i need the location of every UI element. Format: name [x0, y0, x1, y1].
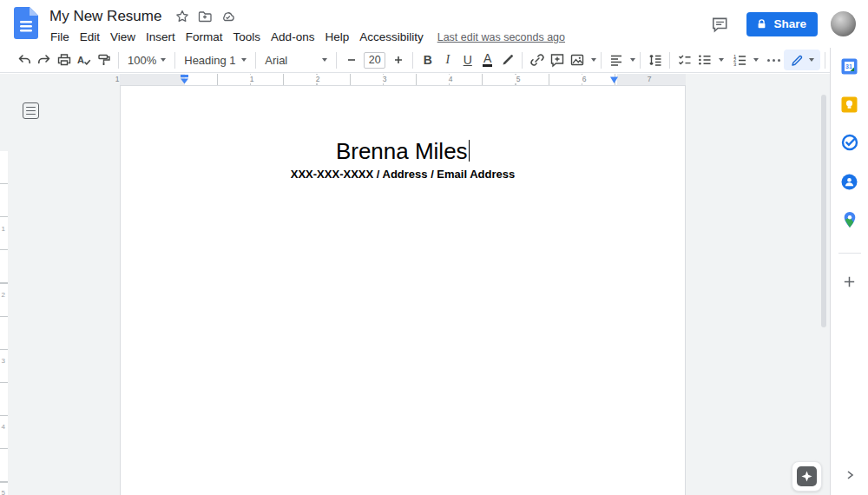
- text-color-button[interactable]: A: [477, 50, 497, 70]
- chevron-down-icon[interactable]: [630, 58, 635, 62]
- ruler-label: 5: [2, 489, 5, 495]
- align-button[interactable]: [606, 50, 626, 70]
- svg-text:3: 3: [733, 62, 736, 67]
- numbered-list-button[interactable]: 123: [729, 50, 749, 70]
- pen-icon: [790, 53, 805, 68]
- undo-button[interactable]: [14, 50, 34, 70]
- vertical-ruler-band: [0, 151, 8, 495]
- decrease-font-size-button[interactable]: [341, 50, 361, 70]
- header: My New Resume File Edit View Insert Form…: [0, 0, 868, 48]
- share-button[interactable]: Share: [746, 12, 818, 36]
- document-title[interactable]: My New Resume: [49, 8, 161, 25]
- ruler-label: 1: [248, 75, 256, 83]
- ruler-label: 6: [581, 75, 589, 83]
- toolbar-divider: [825, 52, 825, 69]
- spellcheck-button[interactable]: A: [74, 50, 94, 70]
- toolbar-divider: [640, 52, 641, 69]
- star-icon[interactable]: [174, 8, 191, 25]
- horizontal-ruler[interactable]: 1 1 2 3 4 5 6 7: [0, 74, 830, 85]
- menu-view[interactable]: View: [105, 30, 141, 44]
- chevron-down-icon: [809, 58, 814, 62]
- google-maps-icon[interactable]: [837, 207, 863, 233]
- font-size-input[interactable]: 20: [364, 52, 385, 69]
- chevron-down-icon[interactable]: [719, 58, 724, 62]
- account-avatar[interactable]: [831, 11, 856, 36]
- google-docs-logo-icon[interactable]: [14, 7, 38, 39]
- underline-button[interactable]: U: [457, 50, 477, 70]
- ruler-label: 4: [2, 423, 5, 431]
- ruler-label: 3: [381, 75, 389, 83]
- toolbar-divider: [412, 52, 413, 69]
- ruler-label: 1: [115, 75, 120, 83]
- doc-heading-text: Brenna Miles: [336, 138, 468, 164]
- left-indent-marker[interactable]: [180, 75, 189, 84]
- google-tasks-icon[interactable]: [837, 129, 863, 155]
- menu-edit[interactable]: Edit: [75, 30, 105, 44]
- menu-insert[interactable]: Insert: [141, 30, 181, 44]
- side-panel-divider: [838, 253, 861, 254]
- insert-image-button[interactable]: [567, 50, 587, 70]
- increase-font-size-button[interactable]: [388, 50, 408, 70]
- document-page[interactable]: Brenna Miles XXX-XXX-XXXX / Address / Em…: [120, 85, 686, 495]
- more-dots-icon: [767, 59, 780, 62]
- toolbar-divider: [522, 52, 523, 69]
- menu-addons[interactable]: Add-ons: [266, 30, 319, 44]
- menu-help[interactable]: Help: [319, 30, 354, 44]
- document-outline-icon[interactable]: [23, 102, 39, 119]
- toolbar-divider: [118, 52, 119, 69]
- explore-button[interactable]: [792, 461, 822, 492]
- chevron-down-icon[interactable]: [591, 58, 596, 62]
- google-calendar-icon[interactable]: 31: [837, 53, 863, 79]
- paragraph-style-select[interactable]: Heading 1: [180, 50, 251, 70]
- ruler-label: 7: [648, 75, 652, 83]
- doc-heading-line[interactable]: Brenna Miles: [121, 138, 685, 164]
- google-contacts-icon[interactable]: [837, 168, 863, 195]
- editing-mode-button[interactable]: [784, 50, 820, 70]
- more-options-button[interactable]: [764, 50, 784, 70]
- menu-accessibility[interactable]: Accessibility: [354, 30, 429, 44]
- chevron-down-icon[interactable]: [753, 58, 759, 62]
- explore-icon: [797, 466, 817, 486]
- menu-file[interactable]: File: [50, 30, 75, 44]
- ruler-label: 4: [447, 75, 455, 83]
- get-addons-button[interactable]: [837, 268, 863, 294]
- ruler-label: 3: [2, 357, 5, 365]
- bold-button[interactable]: B: [418, 50, 437, 70]
- toolbar-divider: [174, 52, 175, 69]
- hide-side-panel-chevron[interactable]: [839, 465, 860, 485]
- print-button[interactable]: [54, 50, 74, 70]
- bulleted-list-button[interactable]: [694, 50, 714, 70]
- checklist-button[interactable]: [674, 50, 694, 70]
- zoom-select[interactable]: 100%: [123, 50, 170, 70]
- font-family-select[interactable]: Arial: [260, 50, 332, 70]
- menu-tools[interactable]: Tools: [228, 30, 266, 44]
- ruler-label: 1: [2, 225, 5, 233]
- document-saved-cloud-icon[interactable]: [219, 8, 236, 25]
- title-area: My New Resume File Edit View Insert Form…: [49, 6, 565, 45]
- paint-format-button[interactable]: [94, 50, 114, 70]
- svg-text:31: 31: [845, 63, 852, 69]
- right-indent-marker[interactable]: [609, 76, 619, 84]
- menu-bar: File Edit View Insert Format Tools Add-o…: [49, 29, 565, 45]
- line-spacing-button[interactable]: [645, 50, 665, 70]
- vertical-scrollbar[interactable]: [821, 95, 826, 327]
- italic-button[interactable]: I: [437, 50, 457, 70]
- toolbar-divider: [601, 52, 602, 69]
- ruler-label: 2: [2, 291, 5, 299]
- move-folder-icon[interactable]: [196, 8, 214, 25]
- vertical-ruler[interactable]: 1 2 3 4 5: [0, 85, 8, 495]
- insert-link-button[interactable]: [527, 50, 547, 70]
- text-cursor: [469, 140, 470, 162]
- chevron-down-icon: [322, 58, 327, 62]
- last-edit-link[interactable]: Last edit was seconds ago: [437, 31, 565, 43]
- highlight-color-button[interactable]: [497, 50, 517, 70]
- menu-format[interactable]: Format: [181, 30, 228, 44]
- svg-text:A: A: [77, 55, 84, 65]
- google-keep-icon[interactable]: [837, 91, 863, 117]
- open-comments-icon[interactable]: [708, 13, 731, 36]
- formatting-toolbar: A 100% Heading 1 Arial 20 B I U A: [0, 48, 830, 73]
- doc-contact-line[interactable]: XXX-XXX-XXXX / Address / Email Address: [121, 168, 685, 181]
- chevron-down-icon: [161, 58, 166, 62]
- redo-button[interactable]: [34, 50, 54, 70]
- add-comment-button[interactable]: [547, 50, 567, 70]
